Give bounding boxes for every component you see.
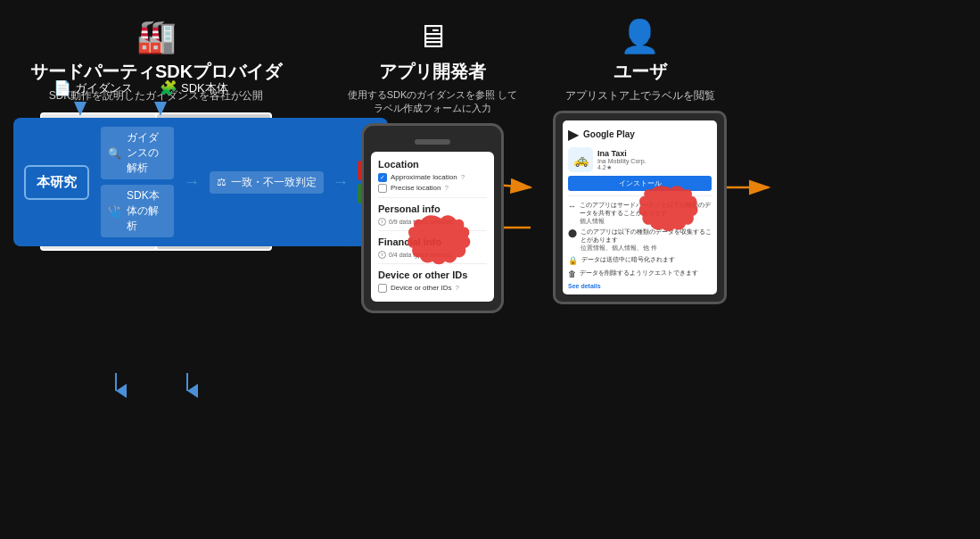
share-icon: ↔ xyxy=(568,202,576,212)
svg-marker-9 xyxy=(154,102,167,116)
blue-flow-box: 本研究 🔍 ガイダンスの解析 🩺 SDK本体の解析 → ⚖ xyxy=(13,118,388,246)
gplay-logo-icon: ▶ xyxy=(568,126,579,143)
app-icon: 🚕 xyxy=(568,147,593,172)
tablet-splat-svg xyxy=(638,181,704,242)
precise-location-checkbox[interactable] xyxy=(378,184,387,193)
bottom-flow-section: 📄 ガイダンス 🧩 SDK本体 本研究 xyxy=(13,79,397,246)
app-company: Ina Mobility Corp. xyxy=(597,158,712,164)
factory-icon: 🏭 xyxy=(136,18,177,55)
user-subtitle: アプリストア上でラベルを閲覧 xyxy=(565,88,715,104)
info-icon-1: i xyxy=(378,218,386,226)
divider-1 xyxy=(378,197,487,198)
info-icon-2: i xyxy=(378,251,386,259)
scale-icon: ⚖ xyxy=(217,176,226,188)
location-section: Location xyxy=(378,159,487,170)
gplay-title: Google Play xyxy=(583,129,635,139)
app-rating: 4.2★ xyxy=(597,164,712,171)
approx-location-checkbox[interactable]: ✓ xyxy=(378,173,387,182)
left-panel: 🏭 サードパーティSDKプロバイダ SDK動作を説明したガイダンスを各社が公開 … xyxy=(13,18,299,260)
sdk-label: 🧩 SDK本体 xyxy=(160,79,228,96)
delete-info-section: 🗑 データを削除するようリクエストできます xyxy=(568,269,712,280)
encrypt-info-section: 🔒 データは送信中に暗号化されます xyxy=(568,255,712,267)
middle-panel: 🖥 アプリ開発者 使用するSDKのガイダンスを参照 してラベル作成フォームに入力… xyxy=(343,18,522,313)
phone-splat-container xyxy=(406,212,477,275)
delete-icon: 🗑 xyxy=(568,270,576,280)
tablet-container: ▶ Google Play 🚕 Ina Taxi Ina Mobility Co… xyxy=(553,111,727,304)
user-icon: 👤 xyxy=(620,18,660,55)
monitor-icon: 🖥 xyxy=(416,18,449,55)
puzzle-icon: 🧩 xyxy=(160,79,177,96)
app-row: 🚕 Ina Taxi Ina Mobility Corp. 4.2★ xyxy=(568,147,712,172)
see-details-link[interactable]: See details xyxy=(568,283,712,289)
main-container: 🏭 サードパーティSDKプロバイダ SDK動作を説明したガイダンスを各社が公開 … xyxy=(0,0,980,539)
device-ids-row: Device or other IDs ? xyxy=(378,284,487,293)
precise-location-row: Precise location ? xyxy=(378,184,487,193)
flow-steps: 🔍 ガイダンスの解析 🩺 SDK本体の解析 xyxy=(101,127,174,237)
app-name: Ina Taxi xyxy=(597,149,712,158)
stethoscope-icon: 🩺 xyxy=(108,205,121,218)
guidance-label: 📄 ガイダンス xyxy=(54,79,133,96)
tablet-splat-container xyxy=(638,182,704,240)
app-info: Ina Taxi Ina Mobility Corp. 4.2★ xyxy=(597,149,712,171)
research-box: 本研究 xyxy=(24,165,89,200)
flow-step-1: 🔍 ガイダンスの解析 xyxy=(101,127,174,179)
approx-location-row: ✓ Approximate location ? xyxy=(378,173,487,182)
flow-step-2: 🩺 SDK本体の解析 xyxy=(101,185,174,237)
collect-icon: ⬤ xyxy=(568,228,577,239)
search-icon: 🔍 xyxy=(108,147,121,160)
user-title: ユーザ xyxy=(614,60,667,84)
device-ids-checkbox[interactable] xyxy=(378,284,387,293)
right-panel: 👤 ユーザ アプリストア上でラベルを閲覧 ▶ Google Play 🚕 Ina… xyxy=(544,18,736,304)
flow-arrow-right: → xyxy=(184,173,200,192)
down-arrows-row xyxy=(54,102,397,116)
judgment-step: ⚖ 一致・不一致判定 xyxy=(210,171,324,194)
flow-arrow-right-2: → xyxy=(333,173,349,192)
lock-icon: 🔒 xyxy=(568,256,578,267)
guidance-sdk-row: 📄 ガイダンス 🧩 SDK本体 xyxy=(54,79,397,96)
gplay-header: ▶ Google Play xyxy=(568,126,712,143)
down-arrow-sdk xyxy=(154,102,167,116)
svg-marker-8 xyxy=(74,102,86,116)
phone-notch xyxy=(415,139,450,145)
phone-splat-svg xyxy=(406,210,477,277)
down-arrow-guidance xyxy=(74,102,86,116)
doc-icon: 📄 xyxy=(54,79,71,96)
phone-container: Location ✓ Approximate location ? Precis… xyxy=(361,123,504,313)
